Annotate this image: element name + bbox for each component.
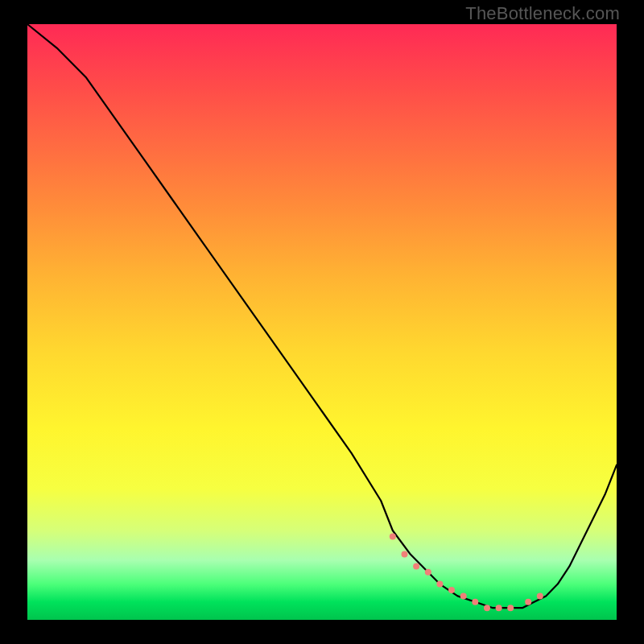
plot-area (27, 24, 617, 620)
bottleneck-curve (27, 24, 617, 608)
highlight-dot (413, 563, 419, 569)
highlight-dot (436, 581, 443, 588)
highlight-dot (525, 599, 531, 605)
highlight-dot (448, 587, 455, 593)
highlight-dot (537, 592, 543, 599)
highlight-dot (390, 533, 396, 539)
highlight-dot (484, 605, 490, 611)
highlight-dot (496, 605, 502, 611)
highlight-dot (507, 605, 514, 611)
highlight-dot (472, 599, 478, 605)
chart-stage: TheBottleneck.com (0, 0, 644, 644)
highlight-dot (460, 592, 467, 599)
watermark-text: TheBottleneck.com (465, 3, 620, 24)
curve-svg (27, 24, 617, 620)
highlight-dot (402, 551, 408, 558)
highlight-dot (425, 569, 431, 576)
